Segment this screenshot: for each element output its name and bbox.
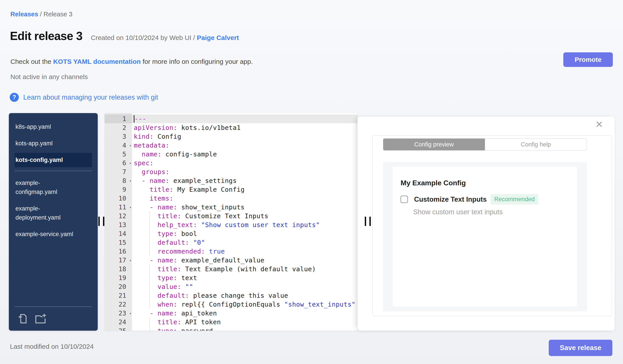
add-folder-button[interactable] <box>34 313 47 324</box>
code-line-13[interactable]: 13 help_text: "Show custom user text inp… <box>105 221 357 229</box>
code-line-8[interactable]: 8▾ - name: example_settings <box>105 176 357 185</box>
page-title: Edit release 3 <box>10 29 83 43</box>
code-line-17[interactable]: 17▾ - name: example_default_value <box>105 256 357 265</box>
fold-arrow-icon[interactable]: ▾ <box>129 141 132 150</box>
git-releases-link[interactable]: Learn about managing your releases with … <box>23 93 158 101</box>
line-number: 12 <box>105 212 132 221</box>
line-number: 19 <box>105 273 132 282</box>
promote-button[interactable]: Promote <box>563 52 613 67</box>
add-folder-icon <box>34 322 47 325</box>
kots-yaml-doc-link[interactable]: KOTS YAML documentation <box>53 58 141 65</box>
code-line-23[interactable]: 23▾ - name: api_token <box>105 309 357 318</box>
preview-card: Config previewConfig help My Example Con… <box>372 135 612 316</box>
resize-handle-left[interactable] <box>98 217 104 226</box>
line-number: 10 <box>105 194 132 203</box>
recommended-badge: Recommended <box>490 194 538 204</box>
code-line-2[interactable]: 2apiVersion: kots.io/v1beta1 <box>105 123 357 132</box>
code-line-1[interactable]: 1--- <box>105 114 357 123</box>
code-line-12[interactable]: 12 title: Customize Text Inputs <box>105 212 357 221</box>
sidebar-file-example-deployment.yaml[interactable]: example-deployment.yaml <box>15 202 92 225</box>
fold-arrow-icon[interactable]: ▾ <box>129 203 132 212</box>
preview-tabs: Config previewConfig help <box>383 139 587 150</box>
channel-status: Not active in any channels <box>10 73 88 81</box>
add-file-icon <box>17 322 28 325</box>
code-line-22[interactable]: 22 when: repl{{ ConfigOptionEquals "show… <box>105 300 357 309</box>
last-modified-text: Last modified on 10/10/2024 <box>10 343 94 350</box>
config-item-label: Customize Text Inputs <box>414 196 487 203</box>
sidebar-file-example-service.yaml[interactable]: example-service.yaml <box>15 227 92 242</box>
code-line-9[interactable]: 9 title: My Example Config <box>105 185 357 194</box>
code-line-20[interactable]: 20 value: "" <box>105 282 357 291</box>
line-number: 2 <box>105 123 132 132</box>
yaml-code-editor[interactable]: 1---2apiVersion: kots.io/v1beta13kind: C… <box>105 113 357 331</box>
code-line-10[interactable]: 10 items: <box>105 194 357 203</box>
breadcrumb-separator: / <box>38 11 44 18</box>
code-line-7[interactable]: 7 groups: <box>105 167 357 176</box>
fold-arrow-icon[interactable]: ▾ <box>129 309 132 318</box>
created-text: Created on 10/10/2024 by Web UI / <box>91 34 197 41</box>
code-line-11[interactable]: 11▾ - name: show_text_inputs <box>105 203 357 212</box>
code-line-21[interactable]: 21 default: please change this value <box>105 291 357 300</box>
close-icon[interactable]: ✕ <box>594 120 604 129</box>
line-number: 21 <box>105 291 132 300</box>
code-line-3[interactable]: 3kind: Config <box>105 132 357 141</box>
created-author-link[interactable]: Paige Calvert <box>197 34 239 41</box>
sidebar-file-example-configmap.yaml[interactable]: example-configmap.yaml <box>15 176 92 199</box>
doc-suffix: for more info on configuring your app. <box>141 58 253 65</box>
code-rows: 1---2apiVersion: kots.io/v1beta13kind: C… <box>105 114 357 331</box>
line-number: 18 <box>105 265 132 273</box>
tab-config-preview[interactable]: Config preview <box>383 139 485 150</box>
breadcrumb: Releases / Release 3 <box>10 11 72 18</box>
sidebar-file-k8s-app.yaml[interactable]: k8s-app.yaml <box>15 120 92 134</box>
code-line-16[interactable]: 16 recommended: true <box>105 247 357 256</box>
line-number: 25 <box>105 326 132 331</box>
line-number: 11▾ <box>105 203 132 212</box>
customize-text-inputs-checkbox[interactable] <box>400 196 408 203</box>
file-tree-sidebar: k8s-app.yamlkots-app.yamlkots-config.yam… <box>9 113 98 331</box>
code-line-5[interactable]: 5 name: config-sample <box>105 150 357 159</box>
sidebar-file-kots-config.yaml[interactable]: kots-config.yaml <box>15 153 92 167</box>
line-number: 14 <box>105 229 132 238</box>
sidebar-file-kots-app.yaml[interactable]: kots-app.yaml <box>15 136 92 151</box>
code-line-15[interactable]: 15 default: "0" <box>105 238 357 247</box>
line-number: 1 <box>105 114 132 123</box>
file-list-group-1: k8s-app.yamlkots-app.yamlkots-config.yam… <box>9 113 98 167</box>
file-list-group-2: example-configmap.yamlexample-deployment… <box>9 176 98 242</box>
doc-prefix: Check out the <box>10 58 53 65</box>
fold-arrow-icon[interactable]: ▾ <box>129 159 132 168</box>
line-number: 16 <box>105 247 132 256</box>
line-number: 5 <box>105 150 132 159</box>
doc-line: Check out the KOTS YAML documentation fo… <box>10 58 253 65</box>
code-line-14[interactable]: 14 type: bool <box>105 229 357 238</box>
code-line-19[interactable]: 19 type: text <box>105 273 357 282</box>
add-file-button[interactable] <box>17 313 28 324</box>
code-line-6[interactable]: 6▾spec: <box>105 159 357 167</box>
fold-arrow-icon[interactable]: ▾ <box>129 177 132 185</box>
code-line-18[interactable]: 18 title: Text Example (with default val… <box>105 265 357 273</box>
config-card: My Example Config Customize Text Inputs … <box>393 166 577 306</box>
resize-handle-right[interactable] <box>365 217 371 226</box>
line-number: 20 <box>105 282 132 291</box>
line-number: 3 <box>105 132 132 141</box>
code-line-25[interactable]: 25 type: password <box>105 326 357 331</box>
fold-arrow-icon[interactable]: ▾ <box>129 256 132 265</box>
breadcrumb-releases-link[interactable]: Releases <box>10 11 38 18</box>
line-number: 8▾ <box>105 176 132 185</box>
line-number: 13 <box>105 221 132 229</box>
line-number: 15 <box>105 238 132 247</box>
tab-config-help[interactable]: Config help <box>485 139 587 150</box>
config-item-help-text: Show custom user text inputs <box>413 208 570 216</box>
code-line-4[interactable]: 4▾metadata: <box>105 141 357 150</box>
indent-guide <box>150 318 150 331</box>
created-info: Created on 10/10/2024 by Web UI / Paige … <box>91 34 239 41</box>
indent-guide <box>150 265 150 309</box>
code-line-24[interactable]: 24 title: API token <box>105 318 357 326</box>
line-number: 9 <box>105 185 132 194</box>
help-question-icon[interactable]: ? <box>10 93 19 102</box>
config-preview-panel: ✕ Config previewConfig help My Example C… <box>357 117 615 331</box>
save-release-button[interactable]: Save release <box>549 340 612 356</box>
line-number: 4▾ <box>105 141 132 150</box>
line-number: 6▾ <box>105 159 132 167</box>
line-number: 23▾ <box>105 309 132 318</box>
line-number: 17▾ <box>105 256 132 265</box>
